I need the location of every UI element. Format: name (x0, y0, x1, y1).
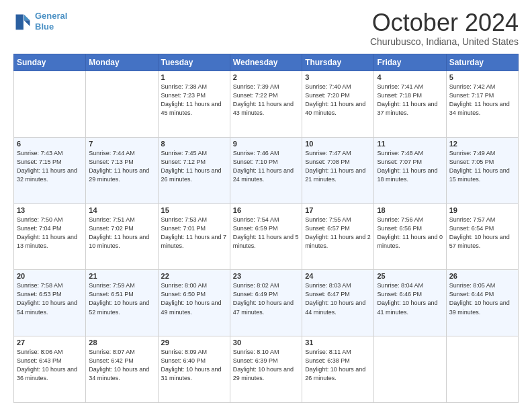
day-number: 9 (233, 140, 299, 148)
calendar-cell: 16Sunrise: 7:54 AMSunset: 6:59 PMDayligh… (230, 203, 302, 270)
day-info: Sunrise: 7:42 AMSunset: 7:17 PMDaylight:… (449, 83, 515, 118)
day-info: Sunrise: 7:57 AMSunset: 6:54 PMDaylight:… (449, 216, 515, 250)
calendar-cell: 2Sunrise: 7:39 AMSunset: 7:22 PMDaylight… (230, 71, 302, 138)
day-info: Sunrise: 7:39 AMSunset: 7:22 PMDaylight:… (233, 83, 299, 118)
svg-marker-0 (24, 14, 30, 20)
weekday-header: Sunday (14, 54, 86, 71)
day-info: Sunrise: 7:51 AMSunset: 7:02 PMDaylight:… (89, 216, 154, 250)
day-number: 4 (377, 73, 443, 81)
logo: General Blue (13, 11, 67, 32)
calendar-cell (14, 71, 86, 138)
calendar-week-row: 27Sunrise: 8:06 AMSunset: 6:43 PMDayligh… (14, 336, 519, 403)
weekday-header: Thursday (302, 54, 374, 71)
day-number: 25 (377, 272, 443, 280)
calendar-cell: 26Sunrise: 8:05 AMSunset: 6:44 PMDayligh… (446, 270, 518, 336)
day-number: 29 (161, 338, 227, 347)
calendar-cell (374, 336, 446, 403)
day-number: 13 (17, 206, 83, 214)
calendar-cell: 30Sunrise: 8:10 AMSunset: 6:39 PMDayligh… (230, 336, 302, 403)
day-number: 15 (161, 206, 227, 214)
calendar-table: SundayMondayTuesdayWednesdayThursdayFrid… (13, 54, 519, 403)
weekday-row: SundayMondayTuesdayWednesdayThursdayFrid… (14, 54, 519, 71)
day-info: Sunrise: 8:07 AMSunset: 6:42 PMDaylight:… (89, 348, 154, 383)
day-number: 5 (449, 73, 515, 81)
calendar-cell: 10Sunrise: 7:47 AMSunset: 7:08 PMDayligh… (302, 137, 374, 203)
day-info: Sunrise: 8:11 AMSunset: 6:38 PMDaylight:… (305, 348, 371, 383)
title-block: October 2024 Churubusco, Indiana, United… (370, 11, 519, 47)
calendar-cell: 8Sunrise: 7:45 AMSunset: 7:12 PMDaylight… (158, 137, 230, 203)
location: Churubusco, Indiana, United States (370, 36, 519, 47)
day-info: Sunrise: 8:00 AMSunset: 6:50 PMDaylight:… (161, 281, 227, 316)
calendar-cell: 28Sunrise: 8:07 AMSunset: 6:42 PMDayligh… (86, 336, 158, 403)
calendar-cell: 20Sunrise: 7:58 AMSunset: 6:53 PMDayligh… (14, 270, 86, 336)
day-number: 31 (305, 338, 371, 347)
day-number: 6 (17, 140, 83, 148)
day-info: Sunrise: 8:06 AMSunset: 6:43 PMDaylight:… (17, 348, 83, 383)
logo-icon (13, 12, 32, 31)
day-number: 18 (377, 206, 443, 214)
svg-rect-2 (16, 14, 24, 30)
day-info: Sunrise: 8:09 AMSunset: 6:40 PMDaylight:… (161, 348, 227, 383)
day-number: 1 (161, 73, 227, 81)
day-info: Sunrise: 7:43 AMSunset: 7:15 PMDaylight:… (17, 149, 83, 184)
day-info: Sunrise: 7:46 AMSunset: 7:10 PMDaylight:… (233, 149, 299, 184)
day-info: Sunrise: 7:41 AMSunset: 7:18 PMDaylight:… (377, 83, 443, 118)
svg-marker-1 (24, 20, 30, 26)
calendar-cell: 12Sunrise: 7:49 AMSunset: 7:05 PMDayligh… (446, 137, 518, 203)
calendar-cell: 31Sunrise: 8:11 AMSunset: 6:38 PMDayligh… (302, 336, 374, 403)
calendar-cell: 14Sunrise: 7:51 AMSunset: 7:02 PMDayligh… (86, 203, 158, 270)
calendar-cell: 3Sunrise: 7:40 AMSunset: 7:20 PMDaylight… (302, 71, 374, 138)
day-number: 30 (233, 338, 299, 347)
weekday-header: Tuesday (158, 54, 230, 71)
day-number: 28 (89, 338, 154, 347)
calendar-cell: 29Sunrise: 8:09 AMSunset: 6:40 PMDayligh… (158, 336, 230, 403)
day-number: 23 (233, 272, 299, 280)
day-info: Sunrise: 7:54 AMSunset: 6:59 PMDaylight:… (233, 216, 299, 250)
day-info: Sunrise: 7:38 AMSunset: 7:23 PMDaylight:… (161, 83, 227, 118)
day-number: 20 (17, 272, 83, 280)
calendar-week-row: 13Sunrise: 7:50 AMSunset: 7:04 PMDayligh… (14, 203, 519, 270)
day-info: Sunrise: 7:58 AMSunset: 6:53 PMDaylight:… (17, 281, 83, 316)
calendar-cell: 13Sunrise: 7:50 AMSunset: 7:04 PMDayligh… (14, 203, 86, 270)
calendar-cell: 25Sunrise: 8:04 AMSunset: 6:46 PMDayligh… (374, 270, 446, 336)
calendar-cell: 9Sunrise: 7:46 AMSunset: 7:10 PMDaylight… (230, 137, 302, 203)
logo-blue: Blue (35, 21, 54, 32)
logo-text: General Blue (35, 11, 67, 32)
day-info: Sunrise: 7:48 AMSunset: 7:07 PMDaylight:… (377, 149, 443, 184)
weekday-header: Saturday (446, 54, 518, 71)
day-info: Sunrise: 7:56 AMSunset: 6:56 PMDaylight:… (377, 216, 443, 250)
day-number: 10 (305, 140, 371, 148)
calendar-cell: 23Sunrise: 8:02 AMSunset: 6:49 PMDayligh… (230, 270, 302, 336)
calendar-cell: 11Sunrise: 7:48 AMSunset: 7:07 PMDayligh… (374, 137, 446, 203)
calendar-cell (86, 71, 158, 138)
day-info: Sunrise: 8:10 AMSunset: 6:39 PMDaylight:… (233, 348, 299, 383)
day-number: 16 (233, 206, 299, 214)
calendar-cell: 22Sunrise: 8:00 AMSunset: 6:50 PMDayligh… (158, 270, 230, 336)
day-info: Sunrise: 7:45 AMSunset: 7:12 PMDaylight:… (161, 149, 227, 184)
header: General Blue October 2024 Churubusco, In… (13, 11, 519, 47)
day-info: Sunrise: 7:49 AMSunset: 7:05 PMDaylight:… (449, 149, 515, 184)
logo-general: General (35, 11, 67, 21)
calendar-cell: 6Sunrise: 7:43 AMSunset: 7:15 PMDaylight… (14, 137, 86, 203)
day-info: Sunrise: 7:59 AMSunset: 6:51 PMDaylight:… (89, 281, 154, 316)
day-info: Sunrise: 8:04 AMSunset: 6:46 PMDaylight:… (377, 281, 443, 316)
month-title: October 2024 (370, 11, 519, 35)
day-info: Sunrise: 7:40 AMSunset: 7:20 PMDaylight:… (305, 83, 371, 118)
page: General Blue October 2024 Churubusco, In… (0, 0, 532, 411)
day-info: Sunrise: 8:02 AMSunset: 6:49 PMDaylight:… (233, 281, 299, 316)
day-number: 21 (89, 272, 154, 280)
day-info: Sunrise: 7:47 AMSunset: 7:08 PMDaylight:… (305, 149, 371, 184)
calendar-cell: 1Sunrise: 7:38 AMSunset: 7:23 PMDaylight… (158, 71, 230, 138)
day-number: 11 (377, 140, 443, 148)
calendar-cell: 4Sunrise: 7:41 AMSunset: 7:18 PMDaylight… (374, 71, 446, 138)
day-number: 22 (161, 272, 227, 280)
day-number: 12 (449, 140, 515, 148)
weekday-header: Friday (374, 54, 446, 71)
calendar-cell (446, 336, 518, 403)
day-info: Sunrise: 8:05 AMSunset: 6:44 PMDaylight:… (449, 281, 515, 316)
calendar-cell: 7Sunrise: 7:44 AMSunset: 7:13 PMDaylight… (86, 137, 158, 203)
weekday-header: Monday (86, 54, 158, 71)
day-number: 2 (233, 73, 299, 81)
calendar-cell: 27Sunrise: 8:06 AMSunset: 6:43 PMDayligh… (14, 336, 86, 403)
calendar-header: SundayMondayTuesdayWednesdayThursdayFrid… (14, 54, 519, 71)
